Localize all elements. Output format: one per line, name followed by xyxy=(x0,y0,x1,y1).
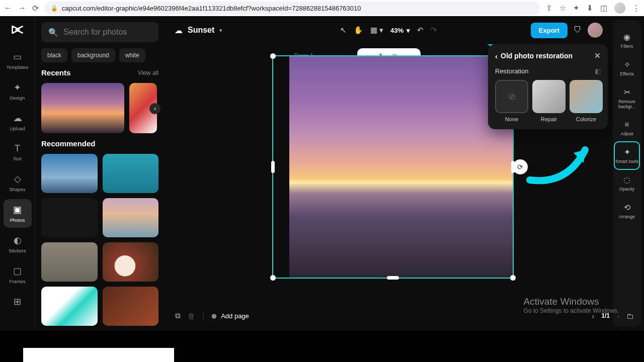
compare-icon[interactable]: ◧ xyxy=(595,67,601,75)
search-placeholder: Search for photos xyxy=(63,28,127,37)
templates-icon: ▭ xyxy=(13,51,22,62)
rr-opacity[interactable]: ◌Opacity xyxy=(615,170,639,197)
rr-adjust[interactable]: ≡Adjust xyxy=(615,115,639,141)
photo-thumb[interactable] xyxy=(41,242,98,282)
tag-white[interactable]: white xyxy=(119,48,145,62)
profile-avatar[interactable] xyxy=(614,3,625,14)
option-colorize[interactable]: Colorize xyxy=(570,80,603,122)
restoration-popover: ‹ Old photo restoration ✕ Restoration ◧ … xyxy=(488,44,608,129)
canvas-area: ☁ Sunset ▾ ↖ ✋ ▦ ▾ 43% ▾ ↶ ↷ Export ⛉ Pa… xyxy=(165,16,613,331)
photo-thumb[interactable] xyxy=(103,287,159,326)
rail-upload[interactable]: ☁Upload xyxy=(4,108,32,136)
windows-watermark: Activate Windows Go to Settings to activ… xyxy=(524,296,619,314)
shield-icon[interactable]: ⛉ xyxy=(574,26,582,35)
pages-icon[interactable]: ⧉ xyxy=(175,311,181,320)
right-rail: ◉Filters ✧Effects ✂Remove backgr... ≡Adj… xyxy=(613,20,641,327)
option-repair[interactable]: Repair xyxy=(532,80,566,122)
browser-chrome: ← → ⟳ 🔒 capcut.com/editor-graphic/e94e96… xyxy=(0,0,644,16)
option-none[interactable]: ⊘ None xyxy=(495,80,528,122)
recommended-heading: Recommended xyxy=(41,139,96,148)
photos-icon: ▣ xyxy=(13,204,22,215)
next-icon[interactable]: › xyxy=(149,103,160,114)
photo-thumb[interactable] xyxy=(41,154,98,193)
extensions-icon[interactable]: ✦ xyxy=(573,4,580,13)
capcut-logo[interactable] xyxy=(10,22,25,37)
rr-arrange[interactable]: ⟲Arrange xyxy=(615,198,639,224)
rail-frames[interactable]: ▢Frames xyxy=(4,260,32,289)
filters-icon: ◉ xyxy=(623,32,630,42)
resize-handle[interactable] xyxy=(270,275,276,281)
photo-thumb[interactable] xyxy=(103,154,159,193)
effects-icon: ✧ xyxy=(624,60,630,69)
resize-handle[interactable] xyxy=(271,161,275,173)
photo-thumb[interactable] xyxy=(41,287,98,326)
rail-templates[interactable]: ▭Templates xyxy=(4,46,32,75)
photo-thumb[interactable] xyxy=(41,198,98,237)
rail-shapes[interactable]: ◇Shapes xyxy=(4,168,32,197)
view-all-link[interactable]: View all xyxy=(138,69,158,76)
share-icon[interactable]: ⇪ xyxy=(546,4,552,13)
rail-more[interactable]: ⊞ xyxy=(4,291,32,312)
recent-thumb[interactable] xyxy=(41,83,124,133)
doc-name: Sunset xyxy=(188,26,214,35)
download-icon[interactable]: ⬇ xyxy=(587,4,593,13)
text-icon: T xyxy=(15,143,20,154)
recents-heading: Recents xyxy=(41,68,70,77)
star-icon[interactable]: ☆ xyxy=(559,4,566,13)
left-rail: ▭Templates ✦Design ☁Upload TText ◇Shapes… xyxy=(0,16,35,331)
photo-thumb[interactable] xyxy=(103,242,159,282)
more-icon: ⊞ xyxy=(14,296,21,307)
annotation-arrow xyxy=(522,135,598,192)
canvas-body[interactable]: Page 1 ⟂ ⁂ ⧉ ⋯ ⟳ xyxy=(165,44,613,331)
close-icon[interactable]: ✕ xyxy=(594,51,601,60)
rail-photos[interactable]: ▣Photos xyxy=(4,199,32,228)
refresh-icon[interactable]: ⟳ xyxy=(513,159,528,174)
hand-icon[interactable]: ✋ xyxy=(354,26,363,35)
recents-row: › xyxy=(41,83,158,133)
photo-thumb[interactable] xyxy=(103,198,159,237)
smart-tools-icon: ✦ xyxy=(624,147,630,157)
export-button[interactable]: Export xyxy=(531,23,568,38)
redo-icon[interactable]: ↷ xyxy=(431,26,437,35)
rail-text[interactable]: TText xyxy=(4,138,32,166)
reload-icon[interactable]: ⟳ xyxy=(32,4,39,13)
tag-background[interactable]: background xyxy=(71,48,115,62)
address-bar[interactable]: 🔒 capcut.com/editor-graphic/e94e9602396f… xyxy=(45,2,540,15)
resize-handle[interactable] xyxy=(510,275,516,281)
search-icon: 🔍 xyxy=(48,28,58,37)
topbar: ☁ Sunset ▾ ↖ ✋ ▦ ▾ 43% ▾ ↶ ↷ Export ⛉ xyxy=(165,16,613,44)
opacity-icon: ◌ xyxy=(623,175,630,185)
layers-icon[interactable]: 🗀 xyxy=(626,312,634,320)
rail-design[interactable]: ✦Design xyxy=(4,77,32,106)
frames-icon: ▢ xyxy=(13,265,22,277)
user-avatar[interactable] xyxy=(588,23,603,38)
undo-icon[interactable]: ↶ xyxy=(417,26,424,35)
rr-effects[interactable]: ✧Effects xyxy=(615,55,639,81)
resize-handle[interactable] xyxy=(387,276,399,280)
add-page-button[interactable]: ⊕ Add page xyxy=(211,312,249,320)
rr-filters[interactable]: ◉Filters xyxy=(615,27,639,54)
forward-icon[interactable]: → xyxy=(18,4,26,13)
remove-bg-icon: ✂ xyxy=(624,87,630,97)
zoom-control[interactable]: 43% ▾ xyxy=(390,27,410,34)
left-panel: 🔍 Search for photos black background whi… xyxy=(35,16,165,331)
back-icon[interactable]: ← xyxy=(4,4,12,13)
search-input[interactable]: 🔍 Search for photos xyxy=(41,22,158,42)
rr-smart-tools[interactable]: ✦Smart tools xyxy=(615,142,639,169)
back-icon[interactable]: ‹ xyxy=(495,52,498,60)
selection-frame[interactable]: ⟳ xyxy=(272,55,514,279)
stickers-icon: ◐ xyxy=(14,235,22,246)
trash-icon[interactable]: 🗑 xyxy=(188,312,195,320)
layout-icon[interactable]: ▦ ▾ xyxy=(370,26,383,35)
panel-icon[interactable]: ◫ xyxy=(600,4,607,13)
resize-handle[interactable] xyxy=(270,53,276,59)
rail-stickers[interactable]: ◐Stickers xyxy=(4,230,32,258)
recommended-grid xyxy=(41,154,158,326)
menu-icon[interactable]: ⋮ xyxy=(632,4,640,13)
design-icon: ✦ xyxy=(14,82,21,93)
doc-name-group[interactable]: ☁ Sunset ▾ xyxy=(175,26,222,35)
tag-black[interactable]: black xyxy=(41,48,67,62)
cursor-icon[interactable]: ↖ xyxy=(340,26,347,35)
none-icon: ⊘ xyxy=(508,91,516,102)
rr-remove-bg[interactable]: ✂Remove backgr... xyxy=(615,82,639,114)
